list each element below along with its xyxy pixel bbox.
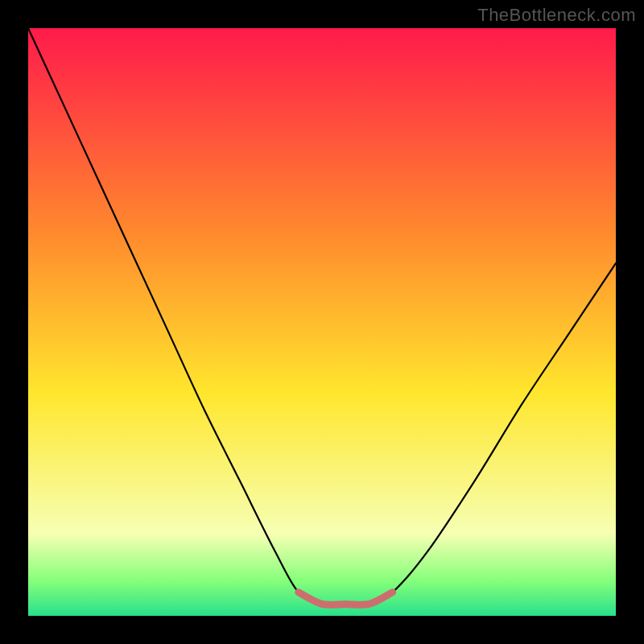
plot-area-gradient: [28, 28, 616, 616]
chart-svg: [0, 0, 644, 644]
watermark-text: TheBottleneck.com: [477, 5, 636, 26]
chart-frame: { "watermark": "TheBottleneck.com", "col…: [0, 0, 644, 644]
